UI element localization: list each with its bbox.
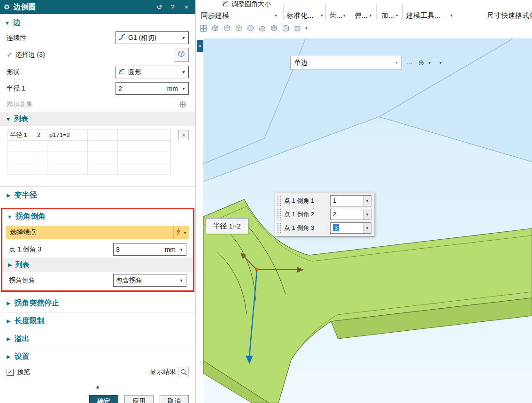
cube-icon [177,50,185,60]
show-result[interactable]: 显示结果 [150,367,189,377]
onscreen-setback-dialog[interactable]: 点 1 倒角 1 1 ▾ 点 1 倒角 2 2 ▾ 点 1 倒角 3 3 [275,192,374,236]
caret-down-icon[interactable]: ▾ [363,209,371,220]
radius-value-input[interactable] [118,85,165,92]
select-edge-row[interactable]: ✓ 选择边 (3) [0,46,195,64]
section-corner-setback-header[interactable]: ▼ 拐角倒角 [2,209,193,223]
select-endpoint-row: 选择端点 ▾ [6,226,189,239]
ribbon-group-caret[interactable]: ▾ [370,13,372,18]
caret-down-icon[interactable]: ▾ [363,196,371,206]
cancel-button[interactable]: 取消 [160,395,189,403]
clipped-ribbon-item[interactable]: 调整圆角大小 [222,0,271,8]
apply-button[interactable]: 应用 [124,395,154,403]
ribbon-group-label[interactable]: 齿... [330,11,343,20]
corner-setback-highlight-box: ▼ 拐角倒角 选择端点 ▾ 点 1 倒角 3 mm ▾ ▶ 列表 拐角倒角 包 [1,208,194,292]
caret-down-icon[interactable]: ▾ [363,223,371,233]
setback-list-header[interactable]: ▶ 列表 [2,258,193,272]
caret-down-icon[interactable]: ▾ [178,247,185,252]
add-new-set-row[interactable]: 添加新集 ⊕ [0,97,195,112]
group-variable-radius[interactable]: ▶ 变半径 [0,186,195,204]
list-cell-value[interactable]: 2 [35,129,47,141]
setback-1-select[interactable]: 1 ▾ [330,195,371,206]
table-row[interactable] [8,163,171,175]
cube-icon[interactable] [222,23,231,33]
ribbon-group-label[interactable]: 建模工具... [406,11,440,20]
primitive-icon-row: ▾ [199,23,308,33]
caret-down-icon[interactable]: ▾ [428,61,431,65]
select-endpoint-prompt[interactable]: 选择端点 [6,226,173,239]
close-icon[interactable]: × [181,3,192,11]
cylinder-icon[interactable] [281,23,290,33]
triangle-down-icon: ▼ [6,116,11,122]
cube-icon[interactable] [246,23,255,33]
caret-down-icon[interactable]: ▾ [305,26,308,30]
ribbon-group-label[interactable]: 同步建模 [201,11,229,20]
viewport-tab-close[interactable]: × [197,40,203,52]
ribbon-group-caret[interactable]: ▾ [275,13,277,18]
remove-list-item-button[interactable]: × [178,130,189,140]
dialog-title-bar[interactable]: ⚙ 边倒圆 ↺ ? × [0,0,195,14]
group-length-limit[interactable]: ▶ 长度限制 [0,312,195,330]
ok-button[interactable]: 确定 [89,395,118,403]
radius-annotation-label[interactable]: 半径 1=2 [205,218,248,234]
sphere-icon[interactable] [257,23,267,33]
ribbon-group-label[interactable]: 尺寸快速格式化 [487,11,532,20]
rounded-cube-icon[interactable] [293,23,302,33]
setback-1-label: 点 1 倒角 1 [284,197,327,205]
caret-down-icon[interactable]: ▾ [439,61,442,65]
dialog-title: 边倒圆 [13,2,151,12]
ribbon-group-caret[interactable]: ▾ [396,13,398,18]
corner-type-select[interactable]: 包含拐角 ▾ [113,274,186,287]
ribbon-group-label[interactable]: 弹... [355,11,368,20]
cube-icon[interactable] [210,23,220,33]
shape-select[interactable]: 圆形 ▾ [116,66,189,78]
table-row[interactable]: 半径 1 2 p171=2 [8,129,171,141]
ribbon-group-label[interactable]: 加... [381,11,394,20]
setback-field[interactable]: mm ▾ [113,243,186,256]
group-settings[interactable]: ▶ 设置 [0,348,195,365]
snap-point-scope-icon[interactable]: ⊕ [418,58,424,67]
cube-icon[interactable] [269,23,278,33]
selection-filter-value: 单边 [294,59,393,67]
select-edge-label: 选择边 (3) [15,51,174,59]
ribbon-group-caret[interactable]: ▾ [321,13,323,18]
cube-icon[interactable] [234,23,243,33]
selection-filter-select[interactable]: 单边 ▾ [290,56,402,69]
list-cell-name[interactable]: 半径 1 [8,129,35,141]
origin-handle[interactable] [255,268,259,272]
table-row[interactable] [8,141,171,152]
table-row[interactable] [8,152,171,163]
snap-point-button[interactable]: ▾ [173,226,189,239]
preview-checkbox[interactable]: ✓ [7,369,14,376]
radius-field[interactable]: mm ▾ [116,82,189,95]
setback-unit[interactable]: mm [165,246,176,253]
ribbon-group-label[interactable]: 标准化... [286,11,314,20]
setback-2-select[interactable]: 2 ▾ [330,209,371,220]
help-icon[interactable]: ? [168,3,178,11]
dialog-buttons: 确定 应用 取消 [0,395,195,403]
radius-label: 半径 1 [7,84,116,93]
section-edge-header[interactable]: ▼ 边 [0,14,195,30]
solid-body-select-button[interactable] [174,48,189,62]
list-cell-expression[interactable]: p171=2 [47,129,88,141]
drag-grip-icon[interactable] [278,209,281,220]
ellipsis-icon[interactable]: ⋯ [406,59,414,67]
radius-list-header[interactable]: ▼ 列表 [0,112,195,126]
ribbon-group-caret[interactable]: ▾ [450,13,453,18]
add-new-set-icon[interactable]: ⊕ [177,99,189,110]
setback-value-input[interactable] [116,246,162,253]
collapse-dialog-button[interactable]: ▲ [0,384,195,389]
setback-3-select[interactable]: 3 ▾ [330,222,371,234]
drag-grip-icon[interactable] [278,196,281,206]
radius-list-table[interactable]: 半径 1 2 p171=2 [8,129,171,175]
group-overflow[interactable]: ▶ 溢出 [0,330,195,348]
reset-icon[interactable]: ↺ [154,3,164,11]
ribbon-group-caret[interactable]: ▾ [343,13,346,18]
drag-grip-icon[interactable] [278,223,281,233]
graphics-viewport[interactable]: 单边 ▾ ⋯ ⊕ ▾ ▾ 点 1 倒角 1 1 ▾ 点 1 倒角 2 [203,38,532,403]
continuity-select[interactable]: G1 (相切) ▾ [116,31,189,44]
caret-down-icon[interactable]: ▾ [180,86,187,91]
datum-grid-icon[interactable] [199,23,208,33]
magnifier-icon[interactable] [178,367,189,377]
group-stop-short[interactable]: ▶ 拐角突然停止 [0,295,195,312]
radius-unit[interactable]: mm [167,85,178,92]
